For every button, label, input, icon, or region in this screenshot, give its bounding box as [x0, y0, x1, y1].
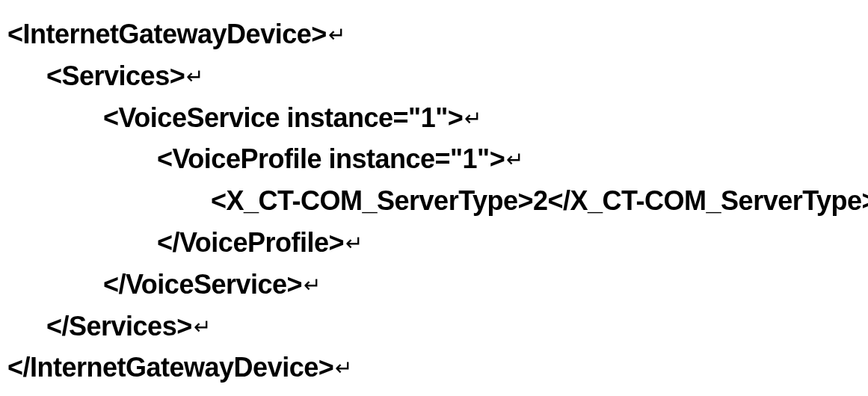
xml-line-servertype: <X_CT-COM_ServerType>2</X_CT-COM_ServerT… [7, 180, 861, 222]
xml-text: <X_CT-COM_ServerType>2</X_CT-COM_ServerT… [211, 185, 868, 216]
xml-line-root-open: <InternetGatewayDevice>↵ [7, 13, 861, 55]
xml-snippet: <InternetGatewayDevice>↵ <Services>↵ <Vo… [0, 0, 868, 396]
return-icon: ↵ [464, 102, 481, 134]
xml-text: </InternetGatewayDevice> [7, 352, 333, 383]
xml-text: <InternetGatewayDevice> [7, 19, 327, 49]
xml-line-services-open: <Services>↵ [7, 55, 861, 97]
return-icon: ↵ [335, 352, 352, 384]
xml-line-voiceprofile-open: <VoiceProfile instance="1">↵ [7, 138, 861, 180]
xml-line-voiceservice-close: </VoiceService>↵ [7, 264, 861, 306]
xml-line-root-close: </InternetGatewayDevice>↵ [7, 347, 861, 389]
return-icon: ↵ [345, 227, 363, 259]
return-icon: ↵ [186, 61, 203, 93]
xml-line-voiceservice-open: <VoiceService instance="1">↵ [7, 97, 861, 139]
return-icon: ↵ [506, 143, 523, 176]
return-icon: ↵ [194, 311, 211, 343]
xml-text: <VoiceProfile instance="1"> [157, 143, 505, 174]
xml-text: </Services> [46, 311, 192, 341]
xml-line-voiceprofile-close: </VoiceProfile>↵ [7, 222, 861, 264]
return-icon: ↵ [304, 269, 321, 301]
xml-text: <Services> [46, 61, 185, 91]
xml-text: <VoiceService instance="1"> [103, 102, 463, 133]
xml-line-services-close: </Services>↵ [7, 306, 861, 347]
xml-text: </VoiceProfile> [157, 227, 344, 258]
return-icon: ↵ [328, 19, 345, 51]
xml-text: </VoiceService> [103, 269, 302, 300]
